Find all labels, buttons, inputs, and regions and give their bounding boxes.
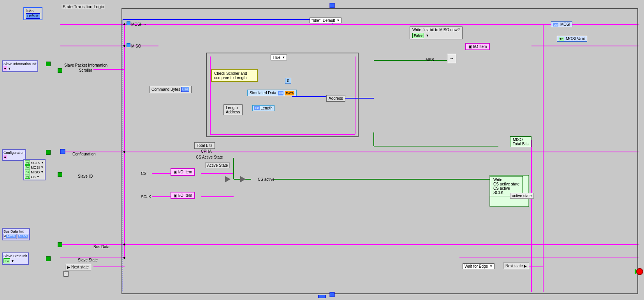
true-dropdown[interactable]: True ▼ bbox=[271, 55, 287, 60]
length-block[interactable]: U8 Length bbox=[252, 105, 274, 111]
zero-const: 0 bbox=[285, 78, 291, 84]
wait-for-edge-label: Wait for Edge bbox=[465, 264, 488, 268]
simulated-data-block[interactable]: Simulated Data U8 DATA bbox=[247, 90, 297, 96]
mosi-terminal bbox=[127, 21, 130, 25]
io-item-cs[interactable]: ▣ I/O Item bbox=[171, 168, 195, 176]
bus-0-icon: 0 bbox=[4, 235, 6, 238]
miso-io-badge: % bbox=[25, 170, 30, 174]
miso-terminal bbox=[127, 43, 130, 47]
cs-io-label: CS bbox=[31, 175, 36, 179]
junction-5 bbox=[123, 257, 125, 259]
junction-1 bbox=[123, 23, 125, 25]
ticks-block[interactable]: ticks Default bbox=[23, 7, 42, 20]
mosi-io-arrow: ▼ bbox=[40, 166, 44, 169]
write-first-bit-label: Write first bit to MISO now? bbox=[412, 28, 460, 32]
check-scroller-label: Check Scroller and compare to Length bbox=[214, 71, 255, 80]
total-bits-label: Total Bits bbox=[197, 143, 213, 148]
total-bits-block[interactable]: Total Bits bbox=[194, 142, 215, 149]
svg-rect-45 bbox=[330, 292, 334, 297]
wait-for-edge-arrow[interactable]: ▼ bbox=[489, 265, 493, 268]
cs-comparator-icon bbox=[240, 176, 246, 182]
cs-input-arrow: → bbox=[144, 171, 148, 176]
idle-default-dropdown[interactable]: "Idle", Default ▼ bbox=[310, 18, 341, 23]
next-state-left-arrow: ▶ bbox=[67, 265, 70, 269]
wait-for-edge-dropdown[interactable]: Wait for Edge ▼ bbox=[463, 263, 494, 269]
mosi-bus-badge: MOSI bbox=[6, 235, 16, 238]
next-state-right-block[interactable]: Next state ▶ bbox=[503, 263, 529, 269]
cs-active-state-label: CS Active State bbox=[196, 155, 223, 159]
mosi-valid-box: TF MOSI Valid bbox=[557, 36, 587, 42]
ticks-label: ticks bbox=[26, 9, 40, 13]
write-first-bit-block: Write first bit to MISO now? False ▼ bbox=[410, 26, 463, 39]
length-address-block[interactable]: Length Address bbox=[223, 104, 243, 115]
mosi-io-label: MOSI bbox=[31, 166, 40, 169]
idle-default-label: "Idle", Default bbox=[311, 18, 335, 23]
data-tag: DATA bbox=[285, 91, 294, 95]
next-state-left-block[interactable]: ▶ Next state bbox=[65, 264, 91, 270]
configuration-label-left: Configuration bbox=[4, 151, 25, 155]
bus-data-init-cluster: Bus Data Init 0 MOSI MISO bbox=[2, 228, 30, 240]
check-scroller-block[interactable]: Check Scroller and compare to Length bbox=[211, 69, 258, 82]
svg-rect-44 bbox=[330, 3, 334, 8]
u8-tag-sim: U8 bbox=[278, 91, 283, 95]
false-dropdown-arrow[interactable]: ▼ bbox=[426, 34, 429, 37]
cs-active-out-label: CS active bbox=[493, 186, 519, 191]
msb-label: MSB bbox=[426, 58, 434, 62]
sclk-input-arrow: → bbox=[144, 195, 148, 199]
default-input[interactable]: Default bbox=[26, 13, 40, 19]
slave-state-init-label: Slave State Init bbox=[4, 254, 27, 258]
miso-bus-badge: MISO bbox=[18, 235, 28, 238]
slave-info-init-val: ■ bbox=[4, 66, 7, 71]
io-item-miso-label: I/O Item bbox=[473, 44, 487, 49]
terminal-slave-info bbox=[46, 62, 51, 66]
dropdown-arrow-icon[interactable]: ▼ bbox=[336, 19, 340, 22]
io-item-sclk[interactable]: ▣ I/O Item bbox=[171, 192, 195, 199]
scroller-label: Scroller bbox=[79, 68, 92, 72]
cs-io-badge: % bbox=[25, 175, 30, 179]
write-label: Write bbox=[493, 178, 519, 182]
junction-4 bbox=[123, 244, 125, 245]
mosi-out-box: U8 MOSI bbox=[551, 21, 572, 27]
mosi-io-badge: % bbox=[25, 165, 30, 169]
configuration-init-cluster: Configuration ■ bbox=[2, 149, 26, 161]
address-label: Address bbox=[329, 96, 343, 101]
tf-badge: TF bbox=[559, 37, 564, 41]
h-scroll-thumb[interactable] bbox=[318, 295, 326, 298]
slave-state-init-arrow: ▼ bbox=[11, 259, 14, 263]
terminal-scroller bbox=[58, 68, 62, 73]
stop-button[interactable] bbox=[636, 268, 643, 275]
u16-tag: U16 bbox=[181, 87, 189, 92]
address-block[interactable]: Address bbox=[326, 95, 345, 102]
command-bytes-label: Command Bytes bbox=[151, 87, 180, 92]
false-const: False bbox=[412, 33, 424, 38]
true-label: True bbox=[273, 55, 280, 60]
cs-active-label: CS active bbox=[258, 177, 274, 182]
mosi-out-label: MOSI bbox=[560, 22, 570, 26]
miso-total-bits-box: MISO Total Bits bbox=[510, 136, 531, 147]
miso-io-label: MISO bbox=[31, 170, 40, 174]
io-cluster: % SCLK ▼ % MOSI ▼ % MISO ▼ % CS ▼ bbox=[23, 159, 46, 180]
junction-2 bbox=[123, 45, 125, 47]
command-bytes-block[interactable]: Command Bytes U16 bbox=[149, 86, 192, 93]
slave-info-init-label: Slave Information Init bbox=[4, 62, 37, 66]
terminal-bus-data bbox=[58, 242, 62, 247]
frame-index: 1 bbox=[63, 271, 69, 277]
next-state-right-label: Next state bbox=[505, 264, 523, 268]
svg-rect-46 bbox=[60, 149, 65, 154]
io-item-cs-label: I/O Item bbox=[178, 170, 192, 174]
miso-out-label: MISO bbox=[513, 138, 529, 142]
miso-in-label: MISO bbox=[131, 44, 141, 48]
active-state-label: Active State bbox=[205, 162, 230, 168]
terminal-config bbox=[46, 150, 51, 155]
next-state-left-label: Next state bbox=[71, 265, 89, 269]
wire-diagram bbox=[0, 0, 644, 300]
active-state-right-label: active state bbox=[510, 193, 534, 199]
true-dropdown-arrow[interactable]: ▼ bbox=[282, 56, 285, 59]
length-address-label: Length Address bbox=[226, 106, 240, 114]
miso-io-arrow: ▼ bbox=[40, 170, 44, 174]
slave-info-init-arrow: ▼ bbox=[8, 67, 11, 71]
io-item-miso[interactable]: ▣ I/O Item bbox=[465, 43, 490, 50]
total-bits-out-label: Total Bits bbox=[513, 142, 529, 146]
io-item-cs-icon: ▣ bbox=[174, 170, 178, 174]
shift-register-block[interactable]: ⇒ bbox=[447, 54, 456, 63]
